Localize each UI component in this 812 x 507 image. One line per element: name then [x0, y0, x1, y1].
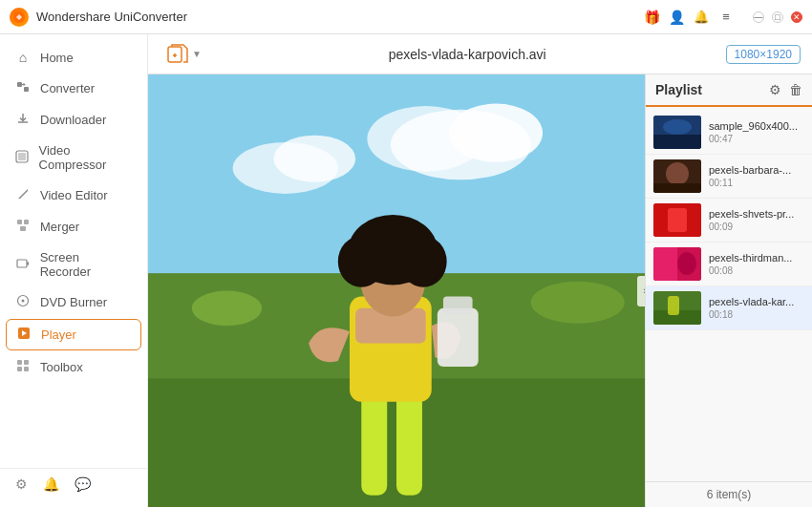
- svg-rect-59: [668, 296, 679, 315]
- playlist-thumb-5: [653, 291, 701, 325]
- playlist-item-name-2: pexels-barbara-...: [709, 164, 804, 176]
- notification-icon[interactable]: 🔔: [694, 10, 709, 25]
- sidebar-item-screen-recorder[interactable]: Screen Recorder: [0, 243, 147, 286]
- playlist-item[interactable]: sample_960x400... 00:47: [646, 111, 812, 155]
- download-icon: [15, 112, 31, 128]
- svg-rect-53: [668, 208, 687, 232]
- sidebar: ⌂ Home Converter Downloader: [0, 34, 148, 507]
- playlist-item-duration-3: 00:09: [709, 222, 804, 232]
- sidebar-label-dvd: DVD Burner: [40, 295, 107, 309]
- svg-point-26: [531, 282, 625, 324]
- top-bar: ▼ pexels-vlada-karpovich.avi 1080×1920: [148, 34, 812, 74]
- playlist-thumb-3: [653, 203, 701, 237]
- playlist-item-active[interactable]: pexels-vlada-kar... 00:18: [646, 286, 812, 330]
- gift-icon[interactable]: 🎁: [644, 10, 659, 25]
- svg-rect-5: [17, 220, 22, 224]
- sidebar-label-merger: Merger: [40, 220, 79, 234]
- add-file-chevron: ▼: [192, 49, 202, 59]
- title-bar-left: Wondershare UniConverter: [10, 8, 187, 27]
- svg-point-22: [273, 136, 355, 182]
- playlist-item-duration-1: 00:47: [709, 134, 804, 144]
- collapse-playlist-button[interactable]: ›: [637, 276, 645, 306]
- collapse-icon: ›: [643, 285, 645, 296]
- playlist-item[interactable]: pexels-barbara-... 00:11: [646, 155, 812, 199]
- compressor-icon: [15, 150, 30, 166]
- sidebar-label-downloader: Downloader: [40, 113, 106, 127]
- playlist-delete-icon[interactable]: 🗑: [789, 82, 802, 97]
- player-icon: [16, 327, 32, 343]
- sidebar-item-home[interactable]: ⌂ Home: [0, 42, 147, 73]
- add-file-icon: [167, 44, 188, 65]
- playlist: Playlist ⚙ 🗑: [645, 74, 812, 507]
- file-title: pexels-vlada-karpovich.avi: [209, 47, 726, 62]
- menu-icon[interactable]: ≡: [718, 10, 734, 25]
- maximize-button[interactable]: □: [772, 11, 783, 23]
- svg-rect-1: [17, 82, 22, 87]
- svg-rect-7: [20, 226, 26, 231]
- playlist-item-name-5: pexels-vlada-kar...: [709, 296, 804, 307]
- minimize-button[interactable]: —: [753, 11, 764, 23]
- playlist-item[interactable]: pexels-thirdman... 00:08: [646, 243, 812, 286]
- svg-rect-28: [396, 391, 422, 496]
- user-icon[interactable]: 👤: [669, 10, 684, 25]
- title-bar-icons: 🎁 👤 🔔 ≡ — □ ✕: [644, 10, 802, 25]
- title-bar: Wondershare UniConverter 🎁 👤 🔔 ≡ — □ ✕: [0, 0, 812, 34]
- resolution-badge: 1080×1920: [726, 45, 801, 64]
- sidebar-item-video-editor[interactable]: Video Editor: [0, 180, 147, 211]
- recorder-icon: [15, 257, 31, 273]
- svg-rect-15: [24, 367, 29, 371]
- close-button[interactable]: ✕: [791, 11, 802, 23]
- add-file-button[interactable]: ▼: [160, 40, 209, 69]
- app-title: Wondershare UniConverter: [36, 10, 187, 24]
- playlist-items: sample_960x400... 00:47: [646, 107, 812, 481]
- svg-rect-12: [17, 360, 22, 365]
- merger-icon: [15, 219, 31, 235]
- svg-rect-51: [653, 183, 701, 193]
- video-player: ›: [148, 74, 645, 507]
- playlist-thumb-2: [653, 159, 701, 193]
- sidebar-item-converter[interactable]: Converter: [0, 73, 147, 104]
- svg-point-10: [22, 300, 25, 303]
- app-icon: [10, 8, 29, 27]
- svg-point-48: [663, 119, 692, 135]
- sidebar-label-recorder: Screen Recorder: [40, 250, 132, 279]
- sidebar-item-player[interactable]: Player: [6, 319, 141, 350]
- svg-rect-37: [443, 297, 473, 314]
- svg-rect-14: [17, 367, 22, 371]
- settings-icon[interactable]: ⚙: [15, 476, 28, 492]
- svg-point-35: [358, 221, 428, 267]
- sidebar-item-dvd-burner[interactable]: DVD Burner: [0, 286, 147, 318]
- video-frame: [148, 74, 645, 507]
- sidebar-item-toolbox[interactable]: Toolbox: [0, 351, 147, 383]
- playlist-item-duration-4: 00:08: [709, 265, 804, 276]
- main-layout: ⌂ Home Converter Downloader: [0, 34, 812, 507]
- playlist-settings-icon[interactable]: ⚙: [769, 82, 781, 97]
- top-bar-left: ▼: [160, 40, 209, 69]
- playlist-thumb-1: [653, 116, 701, 149]
- playlist-header-icons: ⚙ 🗑: [769, 82, 802, 97]
- playlist-item-info-1: sample_960x400... 00:47: [709, 120, 804, 144]
- svg-rect-6: [24, 220, 29, 224]
- playlist-item[interactable]: pexels-shvets-pr... 00:09: [646, 199, 812, 243]
- svg-rect-13: [24, 360, 29, 365]
- playlist-item-info-5: pexels-vlada-kar... 00:18: [709, 296, 804, 320]
- sidebar-item-merger[interactable]: Merger: [0, 211, 147, 243]
- playlist-thumb-4: [653, 247, 701, 281]
- svg-point-25: [192, 291, 262, 327]
- svg-rect-55: [653, 247, 677, 281]
- svg-rect-2: [24, 87, 29, 92]
- playlist-item-info-4: pexels-thirdman... 00:08: [709, 252, 804, 276]
- svg-point-20: [367, 106, 483, 172]
- sidebar-label-compressor: Video Compressor: [39, 143, 132, 172]
- bell-icon[interactable]: 🔔: [43, 476, 59, 492]
- content-area: ▼ pexels-vlada-karpovich.avi 1080×1920: [148, 34, 812, 507]
- sidebar-item-downloader[interactable]: Downloader: [0, 104, 147, 136]
- svg-rect-27: [361, 391, 387, 496]
- playlist-item-duration-2: 00:11: [709, 178, 804, 188]
- sidebar-item-video-compressor[interactable]: Video Compressor: [0, 136, 147, 180]
- feedback-icon[interactable]: 💬: [75, 476, 91, 492]
- sidebar-label-player: Player: [41, 327, 76, 342]
- video-area[interactable]: ›: [148, 74, 645, 507]
- player-playlist: ›: [148, 74, 812, 507]
- playlist-item-name-4: pexels-thirdman...: [709, 252, 804, 264]
